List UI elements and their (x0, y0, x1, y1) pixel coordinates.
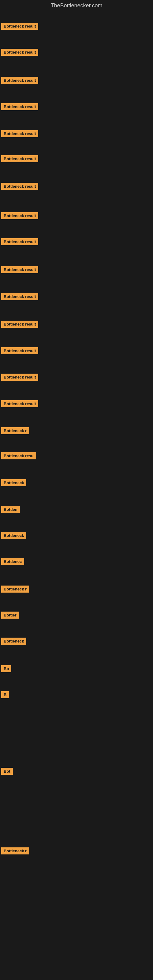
bottleneck-item-28[interactable]: Bottleneck r (0, 846, 30, 858)
bottleneck-item-16[interactable]: Bottleneck r (0, 425, 30, 438)
bottleneck-item-13[interactable]: Bottleneck result (0, 345, 40, 357)
bottleneck-item-7[interactable]: Bottleneck result (0, 181, 40, 193)
bottleneck-badge-22[interactable]: Bottleneck r (1, 585, 29, 593)
bottleneck-badge-16[interactable]: Bottleneck r (1, 427, 29, 434)
items-container: Bottleneck resultBottleneck resultBottle… (0, 13, 153, 980)
bottleneck-item-14[interactable]: Bottleneck result (0, 372, 40, 384)
bottleneck-item-3[interactable]: Bottleneck result (0, 75, 40, 87)
bottleneck-item-19[interactable]: Bottlen (0, 504, 21, 516)
bottleneck-badge-5[interactable]: Bottleneck result (1, 130, 38, 137)
bottleneck-item-20[interactable]: Bottleneck (0, 530, 27, 542)
bottleneck-badge-3[interactable]: Bottleneck result (1, 77, 38, 84)
bottleneck-badge-18[interactable]: Bottleneck (1, 479, 26, 486)
bottleneck-badge-24[interactable]: Bottleneck (1, 638, 26, 645)
bottleneck-badge-21[interactable]: Bottlenec (1, 558, 24, 565)
bottleneck-badge-27[interactable]: Bot (1, 768, 13, 775)
bottleneck-badge-28[interactable]: Bottleneck r (1, 847, 29, 854)
bottleneck-badge-13[interactable]: Bottleneck result (1, 347, 38, 354)
bottleneck-badge-6[interactable]: Bottleneck result (1, 155, 38, 162)
bottleneck-badge-8[interactable]: Bottleneck result (1, 212, 38, 219)
bottleneck-item-22[interactable]: Bottleneck r (0, 584, 30, 596)
bottleneck-badge-10[interactable]: Bottleneck result (1, 266, 38, 273)
bottleneck-badge-4[interactable]: Bottleneck result (1, 103, 38, 110)
bottleneck-item-9[interactable]: Bottleneck result (0, 236, 40, 248)
bottleneck-badge-14[interactable]: Bottleneck result (1, 374, 38, 381)
bottleneck-badge-15[interactable]: Bottleneck result (1, 400, 38, 407)
bottleneck-item-24[interactable]: Bottleneck (0, 636, 27, 648)
bottleneck-item-26[interactable]: B (0, 689, 10, 701)
bottleneck-item-12[interactable]: Bottleneck result (0, 319, 40, 331)
bottleneck-badge-26[interactable]: B (1, 691, 9, 698)
site-title: TheBottlenecker.com (0, 0, 153, 13)
bottleneck-item-10[interactable]: Bottleneck result (0, 264, 40, 276)
bottleneck-badge-17[interactable]: Bottleneck resu (1, 452, 36, 460)
bottleneck-badge-11[interactable]: Bottleneck result (1, 293, 38, 300)
bottleneck-item-11[interactable]: Bottleneck result (0, 291, 40, 303)
bottleneck-item-17[interactable]: Bottleneck resu (0, 450, 37, 463)
bottleneck-badge-19[interactable]: Bottlen (1, 506, 20, 513)
bottleneck-item-23[interactable]: Bottler (0, 610, 20, 622)
bottleneck-badge-12[interactable]: Bottleneck result (1, 321, 38, 328)
bottleneck-badge-9[interactable]: Bottleneck result (1, 238, 38, 245)
bottleneck-item-8[interactable]: Bottleneck result (0, 210, 40, 222)
bottleneck-badge-20[interactable]: Bottleneck (1, 532, 26, 539)
bottleneck-item-21[interactable]: Bottlenec (0, 556, 26, 568)
bottleneck-item-27[interactable]: Bot (0, 766, 14, 778)
bottleneck-item-15[interactable]: Bottleneck result (0, 398, 40, 410)
bottleneck-item-1[interactable]: Bottleneck result (0, 21, 40, 33)
bottleneck-item-25[interactable]: Bo (0, 663, 13, 675)
bottleneck-item-5[interactable]: Bottleneck result (0, 128, 40, 140)
bottleneck-item-18[interactable]: Bottleneck (0, 477, 27, 489)
bottleneck-item-4[interactable]: Bottleneck result (0, 101, 40, 113)
bottleneck-item-2[interactable]: Bottleneck result (0, 47, 40, 59)
bottleneck-item-6[interactable]: Bottleneck result (0, 153, 40, 165)
bottleneck-badge-7[interactable]: Bottleneck result (1, 183, 38, 190)
bottleneck-badge-2[interactable]: Bottleneck result (1, 49, 38, 56)
bottleneck-badge-23[interactable]: Bottler (1, 612, 19, 619)
bottleneck-badge-1[interactable]: Bottleneck result (1, 23, 38, 30)
bottleneck-badge-25[interactable]: Bo (1, 665, 11, 672)
